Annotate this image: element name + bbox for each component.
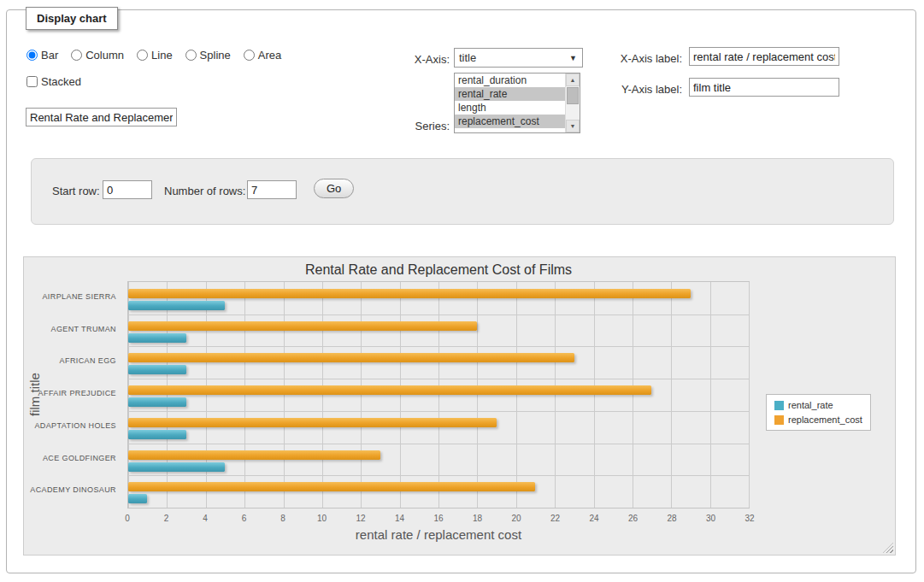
scrollbar-up-icon[interactable]: ▲ [566,73,580,86]
scrollbar-down-icon[interactable]: ▼ [566,120,580,132]
chart-type-radio-column[interactable] [71,50,82,61]
stacked-row: Stacked [26,75,81,88]
chart-type-radio-line[interactable] [137,50,148,61]
x-tick-label: 24 [589,514,598,523]
x-tick-label: 16 [433,514,443,523]
x-tick-label: 6 [242,514,247,523]
x-tick-label: 20 [511,514,521,523]
gridline-horizontal [128,475,749,476]
legend-label: rental_rate [788,400,833,410]
chart-title: Rental Rate and Replacement Cost of Film… [127,262,750,278]
chart-type-label: Bar [41,49,58,62]
legend-swatch [774,415,784,425]
bar-rental_rate [128,494,147,503]
x-tick-label: 0 [125,514,130,523]
go-button[interactable]: Go [314,179,354,198]
category-label: ACE GOLDFINGER [24,443,122,475]
chart-type-label: Column [85,49,124,62]
gridline-horizontal [128,315,749,315]
number-of-rows-label: Number of rows: [164,185,245,197]
gridline-horizontal [128,346,749,347]
bar-rental_rate [128,365,186,374]
x-axis-label-input[interactable] [689,47,839,66]
display-chart-legend: Display chart [26,7,118,30]
bar-replacement_cost [128,482,535,491]
chart-type-group: BarColumnLineSplineArea [26,49,281,62]
category-label: AFRICAN EGG [24,345,122,378]
gridline-horizontal [128,411,749,412]
chart-type-radio-bar[interactable] [26,50,38,61]
chart-type-option-bar: Bar [26,49,58,62]
x-tick-label: 12 [356,514,365,523]
chart-type-option-column: Column [71,49,124,62]
category-label: AFFAIR PREJUDICE [24,378,122,410]
bar-rental_rate [128,333,186,343]
start-row-input[interactable] [103,180,152,199]
category-label: AIRPLANE SIERRA [24,281,122,314]
gridline-vertical [710,282,711,508]
plot-area [127,281,750,509]
x-tick-label: 2 [164,514,169,523]
x-axis-title: rental rate / replacement cost [127,527,750,542]
chart-type-label: Line [151,49,173,62]
legend-swatch [774,401,784,410]
x-tick-label: 28 [667,514,676,523]
bar-rental_rate [128,397,186,407]
bar-replacement_cost [128,385,651,395]
legend-item-replacement_cost: replacement_cost [774,414,862,425]
series-option-length[interactable]: length [455,101,565,115]
category-label: AGENT TRUMAN [24,314,122,346]
chart-type-radio-spline[interactable] [185,50,197,61]
chart-type-label: Spline [200,49,231,62]
category-labels: AIRPLANE SIERRAAGENT TRUMANAFRICAN EGGAF… [24,281,122,509]
x-axis-select-label: X-Axis: [381,53,450,66]
legend-label: replacement_cost [788,414,862,425]
x-tick-label: 8 [280,514,285,523]
stacked-checkbox[interactable] [26,76,38,87]
series-scrollbar[interactable]: ▲ ▼ [565,73,580,132]
chart-type-option-line: Line [137,49,173,62]
gridline-vertical [671,282,672,508]
x-axis-selected-value: title [459,51,476,64]
x-tick-labels: 02468101214161820222426283032 [127,514,750,526]
chart-type-option-area: Area [244,49,281,62]
x-tick-label: 14 [395,514,404,523]
chart-type-option-spline: Spline [185,49,231,62]
chart-title-input[interactable] [26,108,177,126]
bar-replacement_cost [128,289,691,298]
bar-rental_rate [128,301,225,310]
chart-legend: rental_ratereplacement_cost [766,394,871,431]
number-of-rows-input[interactable] [247,180,297,199]
stacked-label: Stacked [26,75,81,88]
chart-panel: Rental Rate and Replacement Cost of Film… [23,256,896,556]
bar-replacement_cost [128,418,497,427]
x-tick-label: 26 [628,514,638,523]
y-axis-label-input[interactable] [689,78,839,97]
x-tick-label: 22 [550,514,560,523]
legend-item-rental_rate: rental_rate [774,400,862,410]
resize-handle-icon[interactable] [883,543,893,553]
stacked-label-text: Stacked [41,75,81,88]
series-options: rental_durationrental_ratelengthreplacem… [455,73,565,132]
gridline-horizontal [128,379,749,379]
chart-type-radio-area[interactable] [244,50,255,61]
page: Display chart BarColumnLineSplineArea St… [0,0,924,582]
x-tick-label: 30 [706,514,715,523]
series-option-rental_duration[interactable]: rental_duration [455,73,565,87]
series-label: Series: [381,120,450,132]
bar-rental_rate [128,430,186,439]
rows-panel: Start row: Number of rows: Go [31,158,894,225]
y-axis-label-label: Y-Axis label: [598,83,682,96]
series-option-rental_rate[interactable]: rental_rate [455,87,565,101]
x-tick-label: 18 [473,514,482,523]
bar-replacement_cost [128,450,380,460]
series-listbox[interactable]: rental_durationrental_ratelengthreplacem… [454,73,580,133]
bar-replacement_cost [128,321,477,331]
chart-type-label: Area [258,49,281,62]
start-row-label: Start row: [52,185,100,197]
scrollbar-thumb[interactable] [567,87,579,104]
x-tick-label: 10 [317,514,327,523]
x-axis-select[interactable]: title ▼ [454,48,583,68]
bar-replacement_cost [128,353,574,362]
series-option-replacement_cost[interactable]: replacement_cost [455,115,565,128]
